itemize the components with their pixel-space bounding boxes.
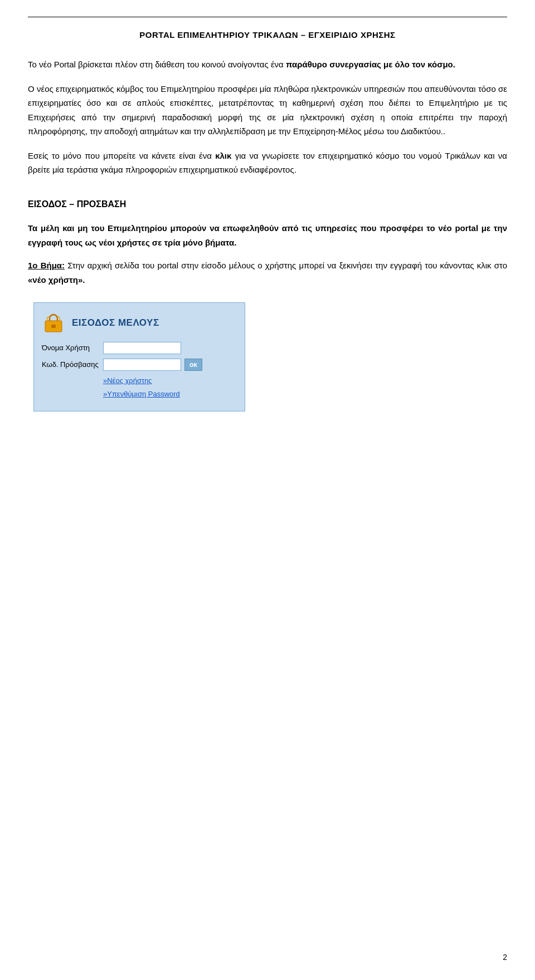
login-title: ΕΙΣΟΔΟΣ ΜΕΛΟΥΣ <box>72 315 159 330</box>
password-row: Κωδ. Πρόσβασης οκ <box>42 359 234 371</box>
login-box-header: ΕΙΣΟΔΟΣ ΜΕΛΟΥΣ <box>42 311 234 334</box>
password-input[interactable] <box>103 359 181 371</box>
password-label: Κωδ. Πρόσβασης <box>42 359 103 371</box>
section-heading: ΕΙΣΟΔΟΣ – ΠΡΟΣΒΑΣΗ <box>28 197 507 212</box>
username-label: Όνομα Χρήστη <box>42 342 103 354</box>
remind-password-link[interactable]: »Υπενθύμιση Password <box>103 389 234 400</box>
bold-intro-block: Τα μέλη και μη του Επιμελητηρίου μπορούν… <box>28 221 507 249</box>
username-row: Όνομα Χρήστη <box>42 342 234 354</box>
page-number: 2 <box>503 951 507 963</box>
intro-paragraph-3: Εσείς το μόνο που μπορείτε να κάνετε είν… <box>28 149 507 177</box>
intro-paragraph-1: Το νέο Portal βρίσκεται πλέον στη διάθεσ… <box>28 57 507 72</box>
intro-paragraph-2: Ο νέος επιχειρηματικός κόμβος του Επιμελ… <box>28 82 507 139</box>
page-title: PORTAL ΕΠΙΜΕΛΗΤΗΡΙΟΥ ΤΡΙΚΑΛΩΝ – ΕΓΧΕΙΡΙΔ… <box>28 28 507 42</box>
step-1-text: 1ο Βήμα: Στην αρχική σελίδα του portal σ… <box>28 258 507 287</box>
svg-rect-1 <box>51 325 56 328</box>
login-links: »Νέος χρήστης »Υπενθύμιση Password <box>103 375 234 400</box>
ok-button[interactable]: οκ <box>184 359 202 371</box>
login-box-wrapper: ΕΙΣΟΔΟΣ ΜΕΛΟΥΣ Όνομα Χρήστη Κωδ. Πρόσβασ… <box>33 302 507 411</box>
username-input[interactable] <box>103 342 181 354</box>
top-divider <box>28 17 507 17</box>
new-user-link[interactable]: »Νέος χρήστης <box>103 375 234 387</box>
login-box: ΕΙΣΟΔΟΣ ΜΕΛΟΥΣ Όνομα Χρήστη Κωδ. Πρόσβασ… <box>33 302 245 411</box>
login-icon <box>42 311 65 334</box>
